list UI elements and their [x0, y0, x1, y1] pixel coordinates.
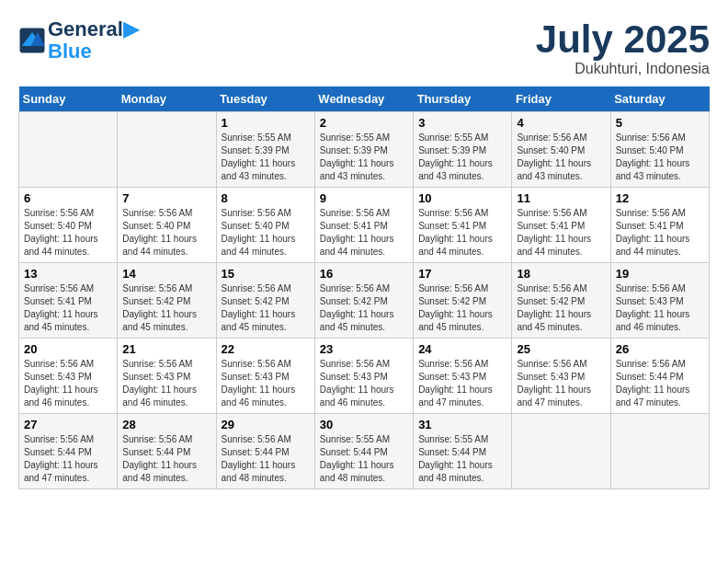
- calendar-cell: 20Sunrise: 5:56 AM Sunset: 5:43 PM Dayli…: [19, 339, 118, 414]
- day-info: Sunrise: 5:56 AM Sunset: 5:44 PM Dayligh…: [616, 358, 704, 409]
- day-info: Sunrise: 5:56 AM Sunset: 5:42 PM Dayligh…: [122, 282, 210, 334]
- calendar-cell: 27Sunrise: 5:56 AM Sunset: 5:44 PM Dayli…: [19, 414, 118, 489]
- day-number: 9: [320, 191, 408, 205]
- calendar-cell: 18Sunrise: 5:56 AM Sunset: 5:42 PM Dayli…: [512, 263, 610, 339]
- day-info: Sunrise: 5:56 AM Sunset: 5:40 PM Dayligh…: [122, 207, 210, 259]
- day-number: 13: [24, 267, 112, 281]
- day-info: Sunrise: 5:55 AM Sunset: 5:44 PM Dayligh…: [418, 433, 506, 485]
- day-number: 5: [616, 116, 704, 130]
- day-number: 24: [418, 342, 506, 356]
- day-info: Sunrise: 5:56 AM Sunset: 5:40 PM Dayligh…: [24, 207, 112, 259]
- calendar-cell: 22Sunrise: 5:56 AM Sunset: 5:43 PM Dayli…: [216, 339, 314, 414]
- day-number: 30: [320, 418, 408, 431]
- day-info: Sunrise: 5:55 AM Sunset: 5:39 PM Dayligh…: [418, 132, 506, 183]
- day-info: Sunrise: 5:56 AM Sunset: 5:41 PM Dayligh…: [418, 207, 506, 259]
- day-number: 15: [222, 267, 310, 281]
- day-info: Sunrise: 5:56 AM Sunset: 5:43 PM Dayligh…: [418, 358, 506, 409]
- day-info: Sunrise: 5:56 AM Sunset: 5:43 PM Dayligh…: [24, 358, 112, 409]
- logo-text: General▶ Blue: [48, 18, 139, 63]
- calendar-cell: 8Sunrise: 5:56 AM Sunset: 5:40 PM Daylig…: [216, 188, 314, 263]
- calendar-cell: 16Sunrise: 5:56 AM Sunset: 5:42 PM Dayli…: [314, 263, 413, 339]
- day-info: Sunrise: 5:56 AM Sunset: 5:42 PM Dayligh…: [418, 282, 506, 334]
- day-number: 10: [418, 191, 506, 205]
- calendar-cell: 29Sunrise: 5:56 AM Sunset: 5:44 PM Dayli…: [216, 414, 314, 489]
- day-number: 12: [616, 191, 704, 205]
- day-number: 17: [418, 267, 506, 281]
- day-info: Sunrise: 5:56 AM Sunset: 5:43 PM Dayligh…: [517, 358, 605, 409]
- title-area: July 2025 Dukuhturi, Indonesia: [536, 18, 710, 77]
- day-info: Sunrise: 5:56 AM Sunset: 5:41 PM Dayligh…: [616, 207, 704, 259]
- day-number: 6: [24, 191, 112, 205]
- day-number: 3: [418, 116, 506, 130]
- calendar-cell: 15Sunrise: 5:56 AM Sunset: 5:42 PM Dayli…: [216, 263, 314, 339]
- day-info: Sunrise: 5:56 AM Sunset: 5:40 PM Dayligh…: [616, 132, 704, 183]
- calendar-cell: [19, 112, 118, 188]
- day-info: Sunrise: 5:56 AM Sunset: 5:44 PM Dayligh…: [222, 433, 310, 485]
- calendar-cell: 2Sunrise: 5:55 AM Sunset: 5:39 PM Daylig…: [314, 112, 413, 188]
- calendar-cell: 21Sunrise: 5:56 AM Sunset: 5:43 PM Dayli…: [118, 339, 216, 414]
- day-number: 29: [222, 418, 310, 431]
- calendar-cell: 4Sunrise: 5:56 AM Sunset: 5:40 PM Daylig…: [512, 112, 610, 188]
- day-number: 21: [122, 342, 210, 356]
- day-number: 2: [320, 116, 408, 130]
- calendar-cell: 30Sunrise: 5:55 AM Sunset: 5:44 PM Dayli…: [314, 414, 413, 489]
- day-info: Sunrise: 5:56 AM Sunset: 5:43 PM Dayligh…: [616, 282, 704, 334]
- header-row: SundayMondayTuesdayWednesdayThursdayFrid…: [19, 86, 710, 112]
- day-header-wednesday: Wednesday: [314, 86, 413, 112]
- calendar-subtitle: Dukuhturi, Indonesia: [536, 61, 710, 77]
- week-row-1: 1Sunrise: 5:55 AM Sunset: 5:39 PM Daylig…: [19, 112, 710, 188]
- day-number: 27: [24, 418, 112, 431]
- day-number: 22: [222, 342, 310, 356]
- day-header-monday: Monday: [118, 86, 216, 112]
- logo: General▶ Blue: [18, 18, 139, 63]
- day-info: Sunrise: 5:56 AM Sunset: 5:40 PM Dayligh…: [517, 132, 605, 183]
- calendar-cell: 26Sunrise: 5:56 AM Sunset: 5:44 PM Dayli…: [610, 339, 709, 414]
- calendar-cell: [512, 414, 610, 489]
- week-row-4: 20Sunrise: 5:56 AM Sunset: 5:43 PM Dayli…: [19, 339, 710, 414]
- calendar-cell: 31Sunrise: 5:55 AM Sunset: 5:44 PM Dayli…: [414, 414, 512, 489]
- day-number: 1: [222, 116, 310, 130]
- day-info: Sunrise: 5:56 AM Sunset: 5:44 PM Dayligh…: [122, 433, 210, 485]
- day-number: 7: [122, 191, 210, 205]
- calendar-cell: 17Sunrise: 5:56 AM Sunset: 5:42 PM Dayli…: [414, 263, 512, 339]
- day-info: Sunrise: 5:55 AM Sunset: 5:44 PM Dayligh…: [320, 433, 408, 485]
- day-info: Sunrise: 5:56 AM Sunset: 5:43 PM Dayligh…: [122, 358, 210, 409]
- calendar-title: July 2025: [536, 18, 710, 61]
- week-row-5: 27Sunrise: 5:56 AM Sunset: 5:44 PM Dayli…: [19, 414, 710, 489]
- calendar-cell: [610, 414, 709, 489]
- header: General▶ Blue July 2025 Dukuhturi, Indon…: [18, 18, 710, 77]
- calendar-cell: 28Sunrise: 5:56 AM Sunset: 5:44 PM Dayli…: [118, 414, 216, 489]
- day-number: 20: [24, 342, 112, 356]
- calendar-cell: 9Sunrise: 5:56 AM Sunset: 5:41 PM Daylig…: [314, 188, 413, 263]
- day-info: Sunrise: 5:56 AM Sunset: 5:41 PM Dayligh…: [320, 207, 408, 259]
- day-info: Sunrise: 5:56 AM Sunset: 5:42 PM Dayligh…: [517, 282, 605, 334]
- calendar-cell: 25Sunrise: 5:56 AM Sunset: 5:43 PM Dayli…: [512, 339, 610, 414]
- calendar-cell: 7Sunrise: 5:56 AM Sunset: 5:40 PM Daylig…: [118, 188, 216, 263]
- calendar-cell: 5Sunrise: 5:56 AM Sunset: 5:40 PM Daylig…: [610, 112, 709, 188]
- day-number: 26: [616, 342, 704, 356]
- day-info: Sunrise: 5:55 AM Sunset: 5:39 PM Dayligh…: [222, 132, 310, 183]
- day-number: 4: [517, 116, 605, 130]
- day-info: Sunrise: 5:56 AM Sunset: 5:40 PM Dayligh…: [222, 207, 310, 259]
- day-number: 18: [517, 267, 605, 281]
- calendar-cell: 14Sunrise: 5:56 AM Sunset: 5:42 PM Dayli…: [118, 263, 216, 339]
- day-number: 16: [320, 267, 408, 281]
- calendar-cell: 19Sunrise: 5:56 AM Sunset: 5:43 PM Dayli…: [610, 263, 709, 339]
- calendar-cell: 10Sunrise: 5:56 AM Sunset: 5:41 PM Dayli…: [414, 188, 512, 263]
- day-number: 19: [616, 267, 704, 281]
- day-header-sunday: Sunday: [19, 86, 118, 112]
- day-info: Sunrise: 5:56 AM Sunset: 5:42 PM Dayligh…: [320, 282, 408, 334]
- day-number: 25: [517, 342, 605, 356]
- day-info: Sunrise: 5:56 AM Sunset: 5:43 PM Dayligh…: [320, 358, 408, 409]
- day-number: 28: [122, 418, 210, 431]
- day-header-saturday: Saturday: [610, 86, 709, 112]
- day-number: 11: [517, 191, 605, 205]
- week-row-2: 6Sunrise: 5:56 AM Sunset: 5:40 PM Daylig…: [19, 188, 710, 263]
- calendar-cell: 13Sunrise: 5:56 AM Sunset: 5:41 PM Dayli…: [19, 263, 118, 339]
- day-number: 23: [320, 342, 408, 356]
- day-header-thursday: Thursday: [414, 86, 512, 112]
- day-number: 8: [222, 191, 310, 205]
- calendar-cell: [118, 112, 216, 188]
- day-header-friday: Friday: [512, 86, 610, 112]
- calendar-table: SundayMondayTuesdayWednesdayThursdayFrid…: [18, 86, 710, 489]
